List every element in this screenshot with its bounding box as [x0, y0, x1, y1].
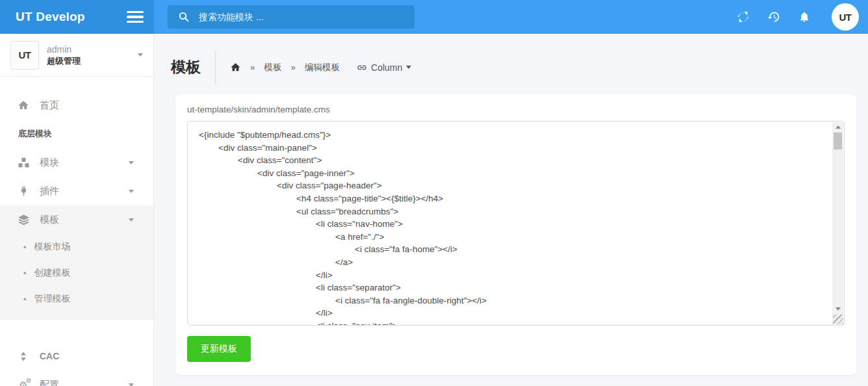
sidebar-subitem-create-template[interactable]: 创建模板 [0, 260, 153, 286]
sidebar-logo: UT [10, 41, 39, 70]
breadcrumb-separator: » [291, 62, 296, 72]
search-box[interactable] [168, 5, 415, 29]
chevron-down-icon [406, 66, 411, 69]
sidebar-item-label: 插件 [40, 185, 59, 198]
main-content: 模板 » 模板 » 编辑模板 Column ut-template/skin/a… [154, 34, 868, 386]
sidebar: UT admin 超级管理 首页 底层模块 [0, 34, 154, 386]
brand-area: UT Develop [0, 0, 154, 34]
title-divider [215, 51, 216, 84]
scroll-up-arrow[interactable] [832, 122, 843, 132]
top-bar-main: UT [154, 0, 868, 34]
breadcrumb-home-icon[interactable] [230, 62, 241, 73]
sidebar-item-templates[interactable]: 模板 [0, 205, 153, 234]
editor-card: ut-template/skin/admin/template.cms <{in… [175, 94, 856, 375]
chevron-down-icon [129, 383, 134, 386]
textarea-resize-grip[interactable] [833, 315, 843, 324]
sidebar-group-templates: 模板 模板市场 创建模板 管理模板 [0, 205, 153, 320]
top-actions: UT [736, 3, 859, 31]
breadcrumb-separator: » [250, 62, 255, 72]
sidebar-item-label: 模板 [40, 214, 59, 226]
scrollbar-thumb[interactable] [834, 133, 842, 149]
template-code-editor[interactable]: <{include "$pubtemp/head.cms"}> <div cla… [187, 121, 845, 326]
cubes-icon [17, 157, 30, 168]
breadcrumb-item-edit-template: 编辑模板 [305, 62, 340, 73]
sidebar-item-label: 配置 [40, 379, 59, 386]
search-input[interactable] [199, 12, 407, 22]
template-file-path: ut-template/skin/admin/template.cms [187, 105, 845, 114]
code-content[interactable]: <{include "$pubtemp/head.cms"}> <div cla… [188, 122, 844, 325]
sidebar-item-label: CAC [40, 351, 59, 361]
user-caret-icon [138, 53, 143, 57]
user-meta: admin 超级管理 [47, 44, 138, 66]
sidebar-user-block[interactable]: UT admin 超级管理 [0, 34, 153, 77]
column-dropdown[interactable]: Column [357, 62, 411, 73]
sidebar-item-plugins[interactable]: 插件 [0, 177, 153, 205]
gears-icon: ⚙⚙ [17, 380, 30, 386]
update-template-button[interactable]: 更新模板 [187, 336, 251, 362]
page-header: 模板 » 模板 » 编辑模板 Column [154, 34, 868, 94]
user-avatar[interactable]: UT [832, 3, 859, 31]
refresh-icon[interactable] [736, 10, 750, 24]
chevron-down-icon [129, 190, 134, 193]
history-icon[interactable] [767, 10, 781, 24]
layers-icon [17, 214, 30, 226]
home-icon [17, 99, 30, 111]
chevron-down-icon [129, 161, 134, 164]
sidebar-item-home[interactable]: 首页 [0, 91, 153, 120]
sidebar-item-config[interactable]: ⚙⚙ 配置 [0, 370, 153, 386]
chevron-down-icon [129, 218, 134, 222]
page-title: 模板 [171, 57, 201, 77]
avatar-logo: UT [839, 12, 852, 23]
top-bar: UT Develop UT [0, 0, 868, 34]
sidebar-item-cac[interactable]: CAC [0, 342, 153, 370]
sidebar-item-modules[interactable]: 模块 [0, 148, 153, 177]
editor-scrollbar[interactable] [832, 122, 843, 324]
sidebar-item-label: 模块 [40, 157, 59, 169]
sidebar-section-label: 底层模块 [0, 120, 153, 148]
search-icon [178, 11, 190, 23]
sidebar-nav: 首页 底层模块 模块 插件 [0, 77, 153, 386]
sidebar-subitem-template-market[interactable]: 模板市场 [0, 234, 153, 260]
link-icon [357, 62, 367, 73]
plug-icon [17, 185, 30, 197]
brand-title: UT Develop [16, 10, 85, 24]
column-label: Column [371, 62, 402, 73]
sidebar-logo-text: UT [19, 49, 31, 60]
sort-icon [17, 351, 30, 362]
user-name: admin [47, 44, 138, 55]
breadcrumb-item-templates[interactable]: 模板 [264, 62, 282, 73]
hamburger-menu-icon[interactable] [127, 11, 144, 23]
main-layout: UT admin 超级管理 首页 底层模块 [0, 34, 868, 386]
app-window: UT Develop UT [0, 0, 868, 386]
user-role: 超级管理 [47, 55, 138, 66]
breadcrumb: » 模板 » 编辑模板 [230, 62, 340, 73]
sidebar-item-label: 首页 [40, 99, 59, 112]
scroll-down-arrow[interactable] [832, 304, 843, 314]
sidebar-subitem-manage-template[interactable]: 管理模板 [0, 286, 153, 312]
bell-icon[interactable] [797, 10, 811, 24]
